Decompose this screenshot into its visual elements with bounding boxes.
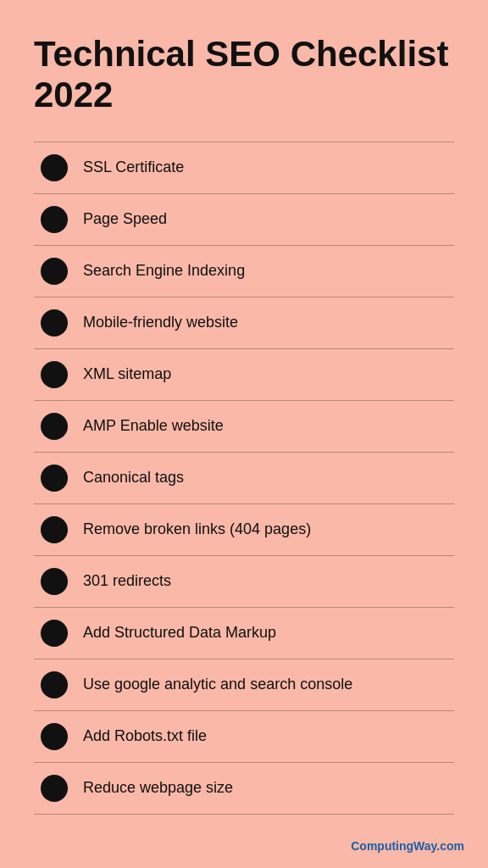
checklist-item-analytics: Use google analytic and search console xyxy=(34,659,454,711)
bullet-icon xyxy=(41,465,68,492)
checklist-item-xml-sitemap: XML sitemap xyxy=(34,349,454,401)
bullet-icon xyxy=(41,568,68,595)
bullet-icon xyxy=(41,206,68,233)
bullet-icon xyxy=(41,620,68,647)
item-label: Add Structured Data Markup xyxy=(83,624,276,642)
item-label: 301 redirects xyxy=(83,572,171,590)
item-label: Use google analytic and search console xyxy=(83,676,352,693)
checklist-item-ssl: SSL Certificate xyxy=(34,142,454,194)
bullet-icon xyxy=(41,671,68,698)
item-label: Page Speed xyxy=(83,210,167,228)
item-label: AMP Enable website xyxy=(83,417,224,435)
checklist-item-search-engine: Search Engine Indexing xyxy=(34,246,454,298)
checklist-item-reduce-size: Reduce webpage size xyxy=(34,763,454,815)
checklist-item-mobile: Mobile-friendly website xyxy=(34,298,454,349)
item-label: Remove broken links (404 pages) xyxy=(83,520,311,538)
item-label: Search Engine Indexing xyxy=(83,262,245,280)
bullet-icon xyxy=(41,723,68,750)
watermark: ComputingWay.com xyxy=(351,839,464,853)
item-label: SSL Certificate xyxy=(83,159,184,176)
bullet-icon xyxy=(41,775,68,802)
item-label: Reduce webpage size xyxy=(83,779,233,797)
item-label: Mobile-friendly website xyxy=(83,314,238,331)
item-label: Add Robots.txt file xyxy=(83,727,207,745)
checklist: SSL CertificatePage SpeedSearch Engine I… xyxy=(34,142,454,815)
bullet-icon xyxy=(41,361,68,388)
bullet-icon xyxy=(41,154,68,181)
checklist-item-page-speed: Page Speed xyxy=(34,194,454,246)
item-label: Canonical tags xyxy=(83,469,184,487)
checklist-item-robots: Add Robots.txt file xyxy=(34,711,454,763)
item-label: XML sitemap xyxy=(83,365,171,383)
page-title: Technical SEO Checklist 2022 xyxy=(34,34,454,116)
bullet-icon xyxy=(41,516,68,543)
bullet-icon xyxy=(41,258,68,285)
checklist-item-broken-links: Remove broken links (404 pages) xyxy=(34,504,454,556)
checklist-item-structured-data: Add Structured Data Markup xyxy=(34,608,454,659)
checklist-item-amp: AMP Enable website xyxy=(34,401,454,453)
checklist-item-redirects: 301 redirects xyxy=(34,556,454,608)
bullet-icon xyxy=(41,309,68,337)
bullet-icon xyxy=(41,413,68,440)
checklist-item-canonical: Canonical tags xyxy=(34,453,454,504)
